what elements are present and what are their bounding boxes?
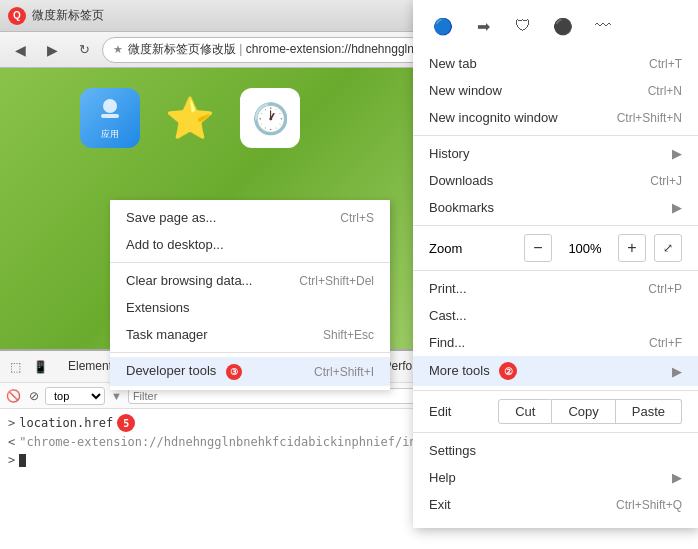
ctx-clear-browsing[interactable]: Clear browsing data... Ctrl+Shift+Del (110, 267, 390, 294)
zoom-expand-button[interactable]: ⤢ (654, 234, 682, 262)
menu-section-new: New tab Ctrl+T New window Ctrl+N New inc… (413, 46, 698, 136)
menu-new-tab[interactable]: New tab Ctrl+T (413, 50, 698, 77)
context-select[interactable]: top (45, 387, 105, 405)
menu-icons-row: 🔵 ➡ 🛡 ⚫ 〰 (413, 6, 698, 46)
refresh-button[interactable]: ↻ (70, 36, 98, 64)
menu-icon-3[interactable]: 🛡 (509, 12, 537, 40)
menu-settings[interactable]: Settings (413, 437, 698, 464)
menu-section-zoom: Zoom − 100% + ⤢ (413, 226, 698, 271)
chrome-menu: 🔵 ➡ 🛡 ⚫ 〰 New tab Ctrl+T New window Ctrl… (413, 0, 698, 528)
menu-icon-4[interactable]: ⚫ (549, 12, 577, 40)
console-cursor (19, 454, 26, 467)
app-icon-yingyong[interactable]: 应用 (80, 88, 140, 148)
secure-icon: ★ (113, 43, 123, 56)
devtools-inspect-icon[interactable]: ⬚ (8, 358, 23, 376)
menu-bookmarks[interactable]: Bookmarks ▶ (413, 194, 698, 221)
app-icons-row: 应用 ⭐ 🕐 (80, 88, 300, 148)
menu-downloads[interactable]: Downloads Ctrl+J (413, 167, 698, 194)
console-line-badge-5: 5 (117, 414, 135, 432)
ctx-extensions[interactable]: Extensions (110, 294, 390, 321)
menu-section-mid: History ▶ Downloads Ctrl+J Bookmarks ▶ (413, 136, 698, 226)
forward-button[interactable]: ▶ (38, 36, 66, 64)
ctx-save-page[interactable]: Save page as... Ctrl+S (110, 204, 390, 231)
edit-paste-button[interactable]: Paste (616, 399, 682, 424)
menu-section-bottom: Settings Help ▶ Exit Ctrl+Shift+Q (413, 433, 698, 522)
edit-copy-button[interactable]: Copy (552, 399, 615, 424)
more-tools-badge: ② (499, 362, 517, 380)
ctx-developer-tools[interactable]: Developer tools ③ Ctrl+Shift+I (110, 357, 390, 386)
menu-icon-1[interactable]: 🔵 (429, 12, 457, 40)
devtools-badge-3: ③ (226, 364, 242, 380)
svg-rect-1 (101, 114, 119, 118)
menu-find[interactable]: Find... Ctrl+F (413, 329, 698, 356)
edit-row: Edit Cut Copy Paste (413, 395, 698, 428)
menu-icon-2[interactable]: ➡ (469, 12, 497, 40)
ctx-add-desktop[interactable]: Add to desktop... (110, 231, 390, 258)
zoom-value: 100% (560, 241, 610, 256)
menu-section-print: Print... Ctrl+P Cast... Find... Ctrl+F M… (413, 271, 698, 391)
menu-section-edit: Edit Cut Copy Paste (413, 391, 698, 433)
filter-icon[interactable]: ⊘ (27, 387, 41, 405)
zoom-row: Zoom − 100% + ⤢ (413, 230, 698, 266)
zoom-minus-button[interactable]: − (524, 234, 552, 262)
menu-new-window[interactable]: New window Ctrl+N (413, 77, 698, 104)
menu-cast[interactable]: Cast... (413, 302, 698, 329)
more-tools-submenu: Save page as... Ctrl+S Add to desktop...… (110, 200, 390, 390)
app-icon-star[interactable]: ⭐ (160, 88, 220, 148)
svg-point-0 (103, 99, 117, 113)
zoom-plus-button[interactable]: + (618, 234, 646, 262)
menu-more-tools[interactable]: More tools ② ▶ (413, 356, 698, 386)
browser-window: Q 微度新标签页 gdh1995 — □ ✕ ◀ ▶ ↻ ★ 微度新标签页修改版… (0, 0, 698, 549)
menu-icon-5[interactable]: 〰 (589, 12, 617, 40)
menu-help[interactable]: Help ▶ (413, 464, 698, 491)
browser-logo: Q (8, 7, 26, 25)
edit-cut-button[interactable]: Cut (498, 399, 552, 424)
back-button[interactable]: ◀ (6, 36, 34, 64)
devtools-device-icon[interactable]: 📱 (31, 358, 50, 376)
menu-exit[interactable]: Exit Ctrl+Shift+Q (413, 491, 698, 518)
clear-console-icon[interactable]: 🚫 (4, 387, 23, 405)
ctx-task-manager[interactable]: Task manager Shift+Esc (110, 321, 390, 348)
menu-history[interactable]: History ▶ (413, 140, 698, 167)
app-icon-container: 应用 (80, 88, 140, 148)
menu-new-incognito[interactable]: New incognito window Ctrl+Shift+N (413, 104, 698, 131)
app-icon-clock[interactable]: 🕐 (240, 88, 300, 148)
menu-print[interactable]: Print... Ctrl+P (413, 275, 698, 302)
ctx-separator-1 (110, 262, 390, 263)
ctx-separator-2 (110, 352, 390, 353)
